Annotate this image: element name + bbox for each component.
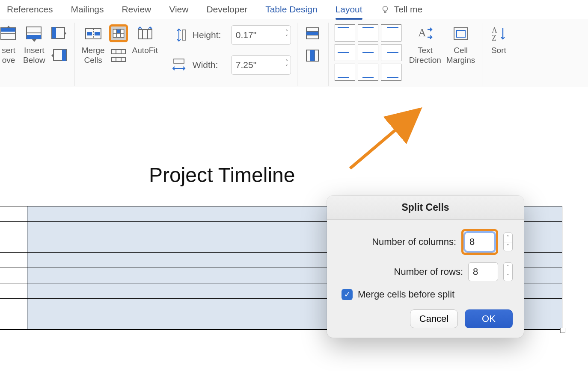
columns-stepper[interactable]: ˄ ˅ xyxy=(503,233,513,251)
columns-step-down[interactable]: ˅ xyxy=(504,242,512,251)
autofit-icon xyxy=(136,24,154,43)
svg-rect-2 xyxy=(1,28,15,32)
align-bot-right[interactable] xyxy=(381,64,401,81)
table-header-cell[interactable] xyxy=(0,314,27,330)
alignment-grid xyxy=(333,23,403,82)
svg-text:A: A xyxy=(418,26,426,39)
svg-rect-43 xyxy=(457,30,465,37)
split-table-icon xyxy=(110,49,127,62)
table-header-cell[interactable] xyxy=(0,283,27,299)
sort-icon: A Z xyxy=(489,24,508,43)
cancel-button[interactable]: Cancel xyxy=(410,309,458,328)
group-sort: A Z Sort xyxy=(482,23,515,86)
insert-left-right xyxy=(48,23,70,66)
svg-line-46 xyxy=(350,111,418,168)
insert-above-icon xyxy=(0,24,18,43)
distribute-cols-icon xyxy=(305,49,321,62)
ribbon-toolbar: sertove InsertBelow xyxy=(0,19,588,86)
align-bot-center[interactable] xyxy=(358,64,378,81)
align-top-left[interactable] xyxy=(335,24,355,41)
tab-view[interactable]: View xyxy=(169,3,188,16)
rows-stepper[interactable]: ˄ ˅ xyxy=(503,262,513,281)
sort-button[interactable]: A Z Sort xyxy=(487,23,511,56)
svg-rect-13 xyxy=(87,32,92,35)
rows-input[interactable]: 8 xyxy=(468,262,498,281)
columns-input[interactable]: 8 xyxy=(465,233,495,251)
tab-mailings[interactable]: Mailings xyxy=(71,3,104,16)
annotation-arrow xyxy=(347,107,425,171)
row-height-icon xyxy=(171,27,187,43)
svg-rect-31 xyxy=(182,30,186,40)
svg-rect-40 xyxy=(310,50,315,61)
merge-cells-button[interactable]: MergeCells xyxy=(79,23,107,65)
svg-rect-14 xyxy=(95,32,100,35)
svg-rect-20 xyxy=(112,50,125,54)
svg-point-0 xyxy=(383,6,387,11)
group-merge: MergeCells xyxy=(75,23,165,86)
col-width-icon xyxy=(171,57,187,73)
split-table-button[interactable] xyxy=(109,47,128,65)
insert-below-icon xyxy=(25,24,44,43)
svg-rect-32 xyxy=(174,59,184,63)
autofit-button[interactable]: AutoFit ⌄ xyxy=(130,23,160,56)
cell-margins-button[interactable]: CellMargins xyxy=(444,23,478,65)
distribute-rows-button[interactable] xyxy=(303,24,322,42)
lightbulb-icon xyxy=(380,5,390,14)
table-header-cell[interactable] xyxy=(0,253,27,268)
text-direction-button[interactable]: A TextDirection xyxy=(407,23,444,65)
table-header-cell[interactable] xyxy=(0,237,27,253)
svg-rect-8 xyxy=(52,27,56,38)
insert-above-button[interactable]: sertove xyxy=(0,23,21,65)
rows-step-up[interactable]: ˄ xyxy=(504,263,512,272)
align-mid-left[interactable] xyxy=(335,44,355,61)
tab-layout[interactable]: Layout xyxy=(336,3,362,16)
align-top-center[interactable] xyxy=(358,24,378,41)
insert-below-button[interactable]: InsertBelow xyxy=(21,23,48,65)
align-mid-center[interactable] xyxy=(358,44,378,61)
rows-step-down[interactable]: ˅ xyxy=(504,272,512,281)
height-stepper[interactable]: ˄˅ xyxy=(285,30,288,39)
tell-me[interactable]: Tell me xyxy=(380,4,423,15)
tab-review[interactable]: Review xyxy=(122,3,151,16)
height-label: Height: xyxy=(193,30,225,40)
split-cells-button[interactable] xyxy=(109,24,128,42)
merge-before-split-label: Merge cells before split xyxy=(358,289,454,300)
group-distribute xyxy=(297,23,329,86)
table-header-cell[interactable] xyxy=(0,299,27,314)
align-bot-left[interactable] xyxy=(335,64,355,81)
table-resize-handle[interactable] xyxy=(560,328,565,333)
svg-rect-36 xyxy=(306,32,318,35)
columns-step-up[interactable]: ˄ xyxy=(504,233,512,242)
group-cell-size: Height: 0.17" ˄˅ Width: 7.25" ˄˅ xyxy=(165,23,297,86)
dialog-title: Split Cells xyxy=(327,196,524,220)
svg-rect-21 xyxy=(112,57,125,62)
svg-rect-26 xyxy=(138,29,152,39)
svg-text:Z: Z xyxy=(492,34,496,42)
split-cells-dialog: Split Cells Number of columns: 8 ˄ ˅ Num… xyxy=(327,196,524,338)
table-header-cell[interactable] xyxy=(0,222,27,237)
insert-left-button[interactable] xyxy=(50,24,68,42)
distribute-cols-button[interactable] xyxy=(303,47,322,65)
ribbon-tabs: References Mailings Review View Develope… xyxy=(0,0,588,19)
tab-developer[interactable]: Developer xyxy=(206,3,247,16)
insert-right-button[interactable] xyxy=(50,47,68,65)
svg-rect-10 xyxy=(62,50,66,61)
svg-rect-19 xyxy=(117,29,120,33)
merge-before-split-checkbox[interactable]: ✓ xyxy=(342,289,353,300)
height-input[interactable]: 0.17" ˄˅ xyxy=(231,25,291,45)
tab-references[interactable]: References xyxy=(7,3,53,16)
document-title: Project Timeline xyxy=(149,163,295,187)
width-input[interactable]: 7.25" ˄˅ xyxy=(231,55,291,75)
align-top-right[interactable] xyxy=(381,24,401,41)
table-header-cell[interactable] xyxy=(0,206,27,222)
ok-button[interactable]: OK xyxy=(465,309,513,328)
width-label: Width: xyxy=(193,60,225,70)
svg-rect-5 xyxy=(27,35,41,39)
tab-table-design[interactable]: Table Design xyxy=(265,3,317,16)
columns-highlight: 8 xyxy=(461,229,498,255)
align-mid-right[interactable] xyxy=(381,44,401,61)
table-header-cell[interactable] xyxy=(0,268,27,283)
width-stepper[interactable]: ˄˅ xyxy=(285,60,288,69)
cell-margins-icon xyxy=(451,24,470,43)
group-rows-columns: sertove InsertBelow xyxy=(0,23,75,86)
